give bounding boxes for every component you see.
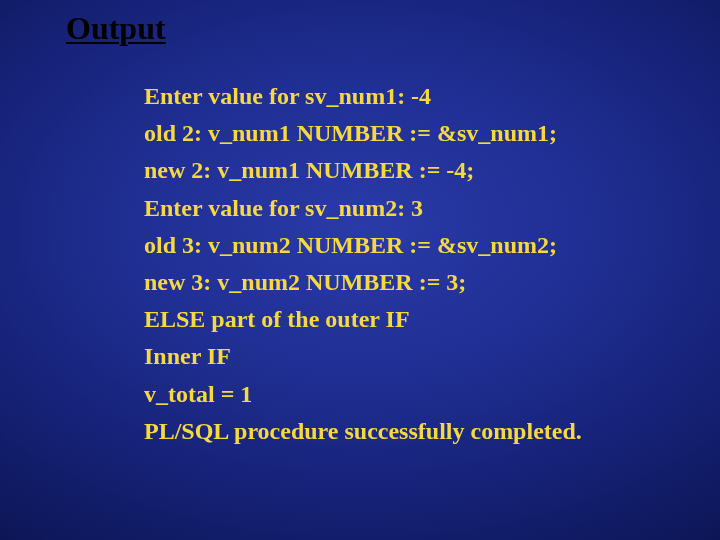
output-line: old 3: v_num2 NUMBER := &sv_num2; [144, 227, 680, 264]
slide: Output Enter value for sv_num1: -4 old 2… [0, 0, 720, 540]
output-line: Enter value for sv_num2: 3 [144, 190, 680, 227]
output-line: Enter value for sv_num1: -4 [144, 78, 680, 115]
output-line: old 2: v_num1 NUMBER := &sv_num1; [144, 115, 680, 152]
output-line: PL/SQL procedure successfully completed. [144, 413, 680, 450]
output-heading: Output [66, 10, 166, 47]
output-line: v_total = 1 [144, 376, 680, 413]
output-line: new 3: v_num2 NUMBER := 3; [144, 264, 680, 301]
output-line: new 2: v_num1 NUMBER := -4; [144, 152, 680, 189]
output-line: ELSE part of the outer IF [144, 301, 680, 338]
output-body: Enter value for sv_num1: -4 old 2: v_num… [144, 78, 680, 450]
output-line: Inner IF [144, 338, 680, 375]
